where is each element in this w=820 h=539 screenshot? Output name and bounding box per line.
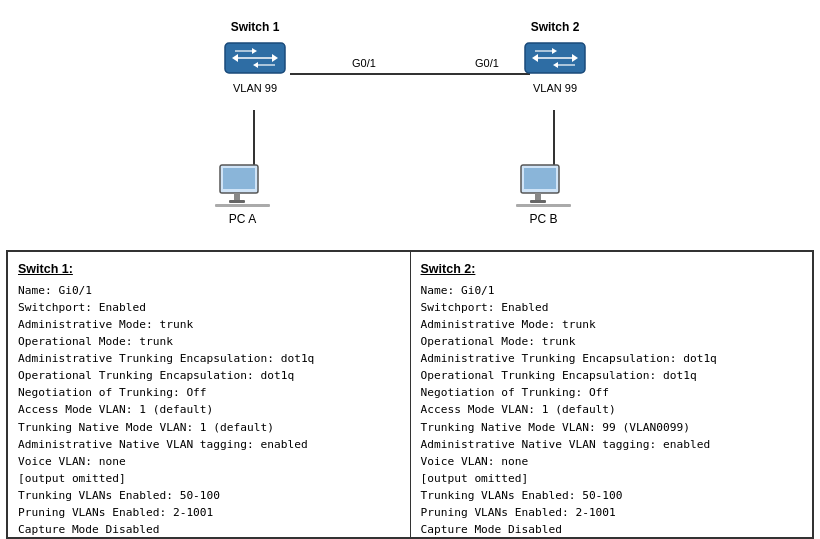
panel-left: Switch 1: Name: Gi0/1 Switchport: Enable… <box>8 252 411 537</box>
pc-b-icon <box>516 163 571 208</box>
svg-rect-25 <box>516 204 571 207</box>
svg-rect-23 <box>535 193 541 200</box>
panel-right-content: Name: Gi0/1 Switchport: Enabled Administ… <box>421 282 803 539</box>
network-diagram-section: Switch 1 VLAN 99 G0/1 G0/1 Switch 2 <box>0 0 820 250</box>
svg-rect-18 <box>234 193 240 200</box>
svg-rect-20 <box>215 204 270 207</box>
pc-b-label: PC B <box>529 212 557 226</box>
switch2-icon <box>520 38 590 78</box>
svg-rect-24 <box>530 200 546 203</box>
link-label-left: G0/1 <box>352 57 376 69</box>
pc-a-label: PC A <box>229 212 256 226</box>
pc-a-container: PC A <box>215 163 270 226</box>
switch2-pc-line <box>553 110 555 165</box>
switch2-vlan: VLAN 99 <box>533 82 577 94</box>
switch1-label: Switch 1 <box>231 20 280 34</box>
switch2-label: Switch 2 <box>531 20 580 34</box>
panel-left-content: Name: Gi0/1 Switchport: Enabled Administ… <box>18 282 400 539</box>
switch1-vlan: VLAN 99 <box>233 82 277 94</box>
svg-rect-19 <box>229 200 245 203</box>
link-label-right: G0/1 <box>475 57 499 69</box>
pc-b-container: PC B <box>516 163 571 226</box>
info-panels: Switch 1: Name: Gi0/1 Switchport: Enable… <box>6 250 814 539</box>
svg-rect-22 <box>524 168 556 189</box>
link-line <box>290 73 530 75</box>
switch1-container: Switch 1 VLAN 99 <box>220 20 290 94</box>
switch1-pc-line <box>253 110 255 165</box>
switch2-container: Switch 2 VLAN 99 <box>520 20 590 94</box>
svg-rect-17 <box>223 168 255 189</box>
panel-left-title: Switch 1: <box>18 260 400 279</box>
network-diagram: Switch 1 VLAN 99 G0/1 G0/1 Switch 2 <box>160 15 660 235</box>
panel-right-title: Switch 2: <box>421 260 803 279</box>
panel-right: Switch 2: Name: Gi0/1 Switchport: Enable… <box>411 252 813 537</box>
switch1-icon <box>220 38 290 78</box>
pc-a-icon <box>215 163 270 208</box>
